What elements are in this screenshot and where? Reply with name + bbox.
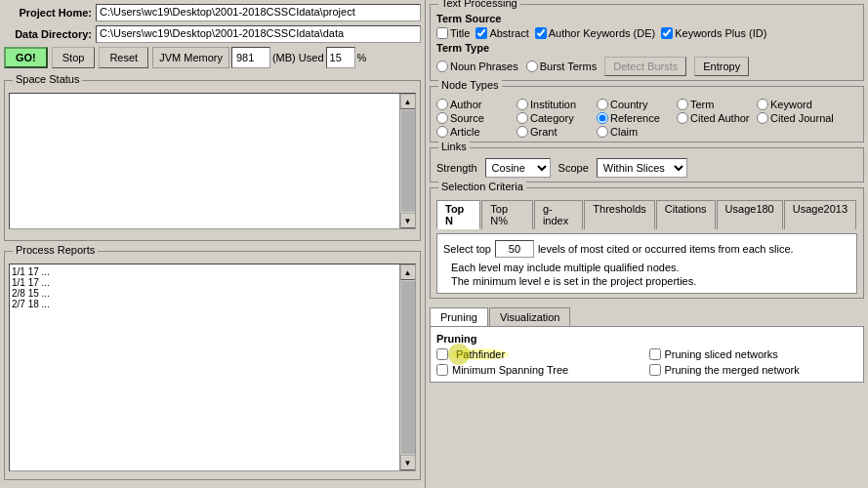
burst-terms-radio-item[interactable]: Burst Terms <box>526 61 597 72</box>
scroll-thumb[interactable] <box>401 110 415 212</box>
node-type-radio-grant[interactable] <box>517 126 528 138</box>
node-type-item-institution[interactable]: Institution <box>517 99 595 110</box>
reset-button[interactable]: Reset <box>99 47 148 68</box>
node-type-item-author[interactable]: Author <box>436 99 515 110</box>
selection-tab-bar: Top NTop N%g-indexThresholdsCitationsUsa… <box>436 200 857 229</box>
pr-scroll-down-arrow[interactable]: ▼ <box>400 455 416 470</box>
node-type-item-country[interactable]: Country <box>597 99 675 110</box>
node-type-item-reference[interactable]: Reference <box>597 112 675 124</box>
title-checkbox[interactable] <box>436 27 448 39</box>
selection-criteria-content: Top NTop N%g-indexThresholdsCitationsUsa… <box>436 192 857 294</box>
stop-button[interactable]: Stop <box>52 47 96 68</box>
scroll-down-arrow[interactable]: ▼ <box>400 213 416 228</box>
node-type-radio-reference[interactable] <box>597 112 608 124</box>
node-type-item-cited-author[interactable]: Cited Author <box>677 112 755 124</box>
detect-bursts-button[interactable]: Detect Bursts <box>604 57 686 76</box>
pruning-tab-pruning[interactable]: Pruning <box>430 307 488 326</box>
selection-tab-g-index[interactable]: g-index <box>534 200 583 229</box>
selection-tab-usage180[interactable]: Usage180 <box>717 200 783 229</box>
pruning-tab-bar: PruningVisualization <box>430 307 864 326</box>
abstract-checkbox-item[interactable]: Abstract <box>475 27 528 39</box>
node-type-radio-source[interactable] <box>436 112 448 124</box>
node-type-label-source: Source <box>450 112 484 124</box>
space-status-scrollbar[interactable]: ▲ ▼ <box>399 94 415 228</box>
links-title: Links <box>438 141 470 152</box>
node-type-radio-country[interactable] <box>597 99 608 110</box>
noun-phrases-radio-item[interactable]: Noun Phrases <box>436 61 518 72</box>
author-keywords-checkbox-item[interactable]: Author Keywords (DE) <box>535 27 655 39</box>
node-type-radio-term[interactable] <box>677 99 688 110</box>
node-type-label-keyword: Keyword <box>770 99 812 110</box>
pruning-sliced-item[interactable]: Pruning sliced networks <box>649 348 858 360</box>
node-type-radio-keyword[interactable] <box>757 99 768 110</box>
noun-phrases-radio[interactable] <box>436 61 448 72</box>
burst-terms-radio[interactable] <box>526 61 538 72</box>
node-type-item-claim[interactable]: Claim <box>597 126 675 138</box>
node-type-radio-cited-author[interactable] <box>677 112 688 124</box>
node-type-label-reference: Reference <box>610 112 660 124</box>
select-top-input[interactable]: 50 <box>495 240 534 258</box>
node-type-item-cited-journal[interactable]: Cited Journal <box>757 112 835 124</box>
node-type-radio-claim[interactable] <box>597 126 608 138</box>
node-type-item-term[interactable]: Term <box>677 99 755 110</box>
pruning-merged-label: Pruning the merged network <box>665 364 800 376</box>
selection-tab-top-n[interactable]: Top N <box>436 200 480 229</box>
scroll-up-arrow[interactable]: ▲ <box>400 94 416 109</box>
pruning-options: Pathfinder Pruning sliced networks Minim… <box>436 348 857 376</box>
node-type-item-category[interactable]: Category <box>517 112 595 124</box>
selection-tab-usage2013[interactable]: Usage2013 <box>784 200 856 229</box>
selection-tab-citations[interactable]: Citations <box>656 200 716 229</box>
pruning-merged-checkbox[interactable] <box>649 364 661 376</box>
node-type-item-source[interactable]: Source <box>436 112 515 124</box>
entropy-button[interactable]: Entropy <box>694 57 749 76</box>
term-type-label: Term Type <box>436 42 857 54</box>
links-row: Strength CosinePearsonJaccardDice Scope … <box>436 152 857 178</box>
node-type-radio-author[interactable] <box>436 99 448 110</box>
keywords-plus-checkbox-item[interactable]: Keywords Plus (ID) <box>661 27 766 39</box>
right-panel: Text Processing Term Source Title Abstra… <box>425 0 868 488</box>
node-types-grid: AuthorInstitutionCountryTermKeywordSourc… <box>436 91 857 138</box>
node-types-section: Node Types AuthorInstitutionCountryTermK… <box>430 86 864 142</box>
node-type-label-cited-journal: Cited Journal <box>770 112 834 124</box>
title-checkbox-item[interactable]: Title <box>436 27 470 39</box>
node-type-radio-category[interactable] <box>517 112 528 124</box>
strength-select[interactable]: CosinePearsonJaccardDice <box>485 158 551 178</box>
pruning-merged-item[interactable]: Pruning the merged network <box>649 364 858 376</box>
node-type-label-article: Article <box>450 126 480 138</box>
node-type-item-grant[interactable]: Grant <box>517 126 595 138</box>
keywords-plus-checkbox[interactable] <box>661 27 673 39</box>
title-label: Title <box>450 27 470 39</box>
node-type-item-article[interactable]: Article <box>436 126 515 138</box>
text-processing-section: Text Processing Term Source Title Abstra… <box>430 4 864 81</box>
pathfinder-checkbox[interactable] <box>436 348 448 360</box>
process-reports-scrollbar[interactable]: ▲ ▼ <box>399 264 415 470</box>
go-button[interactable]: GO! <box>4 47 48 68</box>
node-type-radio-cited-journal[interactable] <box>757 112 768 124</box>
pruning-content-title: Pruning <box>436 333 857 345</box>
minimum-spanning-tree-label: Minimum Spanning Tree <box>452 364 568 376</box>
node-type-radio-article[interactable] <box>436 126 448 138</box>
pruning-sliced-checkbox[interactable] <box>649 348 661 360</box>
term-type-row: Noun Phrases Burst Terms Detect Bursts E… <box>436 57 857 76</box>
pathfinder-item[interactable]: Pathfinder <box>436 348 645 360</box>
select-top-label: Select top <box>443 243 491 255</box>
selection-tab-top-npct[interactable]: Top N% <box>481 200 533 229</box>
node-type-radio-institution[interactable] <box>517 99 528 110</box>
keywords-plus-label: Keywords Plus (ID) <box>675 27 766 39</box>
minimum-spanning-tree-item[interactable]: Minimum Spanning Tree <box>436 364 645 376</box>
abstract-checkbox[interactable] <box>475 27 487 39</box>
node-type-item-keyword[interactable]: Keyword <box>757 99 835 110</box>
node-type-label-institution: Institution <box>530 99 576 110</box>
scope-label: Scope <box>558 162 589 174</box>
pr-scroll-up-arrow[interactable]: ▲ <box>400 264 416 280</box>
node-type-label-term: Term <box>690 99 714 110</box>
minimum-spanning-tree-checkbox[interactable] <box>436 364 448 376</box>
author-keywords-checkbox[interactable] <box>535 27 547 39</box>
scope-select[interactable]: Within SlicesAcross Slices <box>597 158 687 178</box>
pruning-tab-visualization[interactable]: Visualization <box>489 307 571 326</box>
process-reports-inner: ▲ ▼ 1/1 17 ...1/1 17 ...2/8 15 ...2/7 18… <box>9 264 416 471</box>
left-panel: Project Home: C:\Users\wc19\Desktop\2001… <box>0 0 425 488</box>
level-note: Each level may include multiple qualifie… <box>443 262 850 273</box>
pr-scroll-thumb[interactable] <box>401 281 415 454</box>
selection-tab-thresholds[interactable]: Thresholds <box>584 200 654 229</box>
